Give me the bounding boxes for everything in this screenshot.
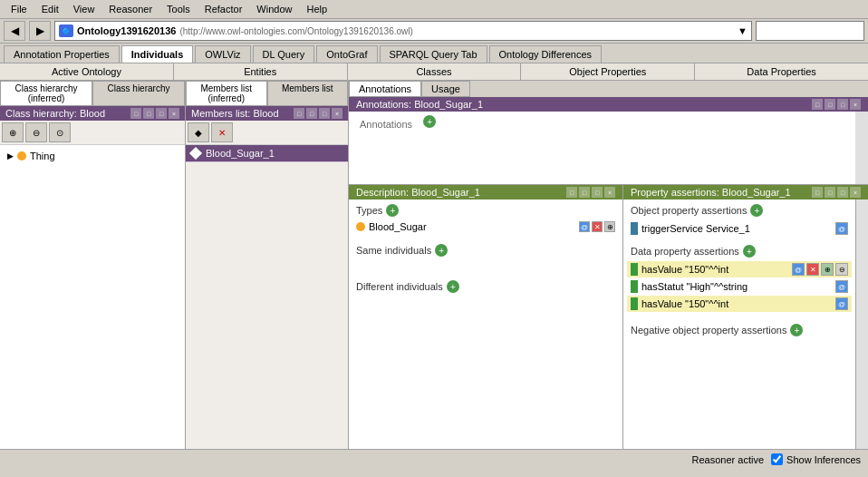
data-prop-link-1[interactable]: @ [835,280,848,293]
tab-class-hierarchy-inferred[interactable]: Class hierarchy (inferred) [0,81,92,106]
data-property-label: Data property assertions [631,246,739,257]
negative-property-label: Negative object property assertions [631,325,786,336]
menu-view[interactable]: View [66,2,102,16]
menu-reasoner[interactable]: Reasoner [101,2,159,16]
tab-members-inferred[interactable]: Members list (inferred) [186,81,267,106]
tab-dl-query[interactable]: DL Query [253,45,315,63]
collapse-button[interactable]: ⊖ [25,122,47,142]
annotations-controls: □ □ □ × [812,99,861,110]
data-prop-edit-0[interactable]: ⊕ [821,263,834,276]
menu-help[interactable]: Help [299,2,334,16]
type-item-blood-sugar[interactable]: Blood_Sugar @ ✕ ⊕ [351,219,621,234]
menu-refactor[interactable]: Refactor [198,2,250,16]
search-input[interactable] [756,21,864,41]
p-ctrl-3[interactable]: □ [837,187,848,198]
tab-annotations[interactable]: Annotations [349,81,421,97]
ch-ctrl-3[interactable]: □ [156,108,167,119]
a-ctrl-1[interactable]: □ [812,99,823,110]
show-inferences-input[interactable] [771,453,783,465]
property-scrollbar[interactable] [855,200,868,449]
menu-tools[interactable]: Tools [159,2,198,16]
tab-sparql[interactable]: SPARQL Query Tab [380,45,487,63]
remove-member-button[interactable]: ✕ [211,122,233,142]
m-ctrl-3[interactable]: □ [319,108,330,119]
m-ctrl-2[interactable]: □ [306,108,317,119]
data-prop-item-1[interactable]: hasStatut "High"^^string @ [627,278,852,295]
annotations-label-row: Annotations + [349,112,439,184]
property-panel: Property assertions: Blood_Sugar_1 □ □ □… [623,185,868,449]
forward-button[interactable]: ▶ [29,21,51,41]
tab-usage[interactable]: Usage [421,81,470,97]
data-prop-del-0[interactable]: ✕ [806,263,819,276]
status-bar: Reasoner active Show Inferences [0,449,868,469]
ch-close[interactable]: × [169,108,179,119]
data-prop-bar-1 [631,280,638,293]
menu-window[interactable]: Window [249,2,299,16]
different-add-button[interactable]: + [447,280,459,293]
m-ctrl-1[interactable]: □ [294,108,304,119]
tab-annotation-properties[interactable]: Annotation Properties [4,45,120,63]
type-link-button[interactable]: @ [579,221,590,232]
object-property-label: Object property assertions [631,205,747,216]
members-header: Members list: Blood □ □ □ × [186,106,348,121]
p-close[interactable]: × [850,187,861,198]
object-add-button[interactable]: + [750,204,763,217]
tree-item-thing[interactable]: ▶ Thing [4,149,181,163]
tab-ontograf[interactable]: OntoGraf [316,45,377,63]
show-inferences-checkbox[interactable]: Show Inferences [771,453,861,465]
back-button[interactable]: ◀ [4,21,25,41]
data-prop-item-0[interactable]: hasValue "150"^^int @ ✕ ⊕ ⊖ [627,261,852,277]
data-prop-link-0[interactable]: @ [792,263,805,276]
d-ctrl-1[interactable]: □ [566,187,577,198]
member-diamond-icon [189,147,202,160]
object-prop-item-0[interactable]: triggerService Service_1 @ [627,220,852,237]
data-prop-bar-0 [631,263,638,276]
ch-ctrl-1[interactable]: □ [130,108,141,119]
type-text: Blood_Sugar [369,221,579,232]
type-edit-button[interactable]: ⊕ [604,221,615,232]
a-ctrl-3[interactable]: □ [837,99,848,110]
target-button[interactable]: ⊙ [49,122,71,142]
tab-ontology-differences[interactable]: Ontology Differences [489,45,603,63]
types-add-button[interactable]: + [386,204,399,217]
negative-add-button[interactable]: + [790,324,803,336]
secondary-entities[interactable]: Entities [174,63,348,80]
class-hierarchy-toolbar: ⊕ ⊖ ⊙ [0,121,185,145]
d-close[interactable]: × [604,187,615,198]
class-hierarchy-controls: □ □ □ × [130,108,179,119]
menu-file[interactable]: File [4,2,34,16]
d-ctrl-3[interactable]: □ [592,187,603,198]
dropdown-arrow[interactable]: ▼ [738,25,747,36]
p-ctrl-1[interactable]: □ [812,187,823,198]
a-close[interactable]: × [850,99,861,110]
member-label: Blood_Sugar_1 [206,148,275,159]
type-delete-button[interactable]: ✕ [592,221,603,232]
expand-button[interactable]: ⊕ [2,122,24,142]
annotations-tabs: Annotations Usage [349,81,868,97]
annotations-scrollbar[interactable] [855,112,868,184]
secondary-data-properties[interactable]: Data Properties [695,63,868,80]
ch-ctrl-2[interactable]: □ [143,108,154,119]
p-ctrl-2[interactable]: □ [825,187,835,198]
tab-class-hierarchy[interactable]: Class hierarchy [92,81,185,106]
tab-individuals[interactable]: Individuals [121,45,193,63]
d-ctrl-2[interactable]: □ [579,187,590,198]
prop-text: triggerService Service_1 [641,223,834,234]
menu-edit[interactable]: Edit [34,2,66,16]
add-member-button[interactable]: ◆ [188,122,209,142]
data-prop-item-2[interactable]: hasValue "150"^^int @ [627,296,852,312]
annotations-add-button[interactable]: + [423,115,436,128]
tab-owlviz[interactable]: OWLViz [195,45,250,63]
a-ctrl-2[interactable]: □ [825,99,835,110]
object-prop-link[interactable]: @ [835,222,848,235]
list-item-blood-sugar-1[interactable]: Blood_Sugar_1 [186,145,348,162]
secondary-classes[interactable]: Classes [348,63,522,80]
data-add-button[interactable]: + [743,245,756,258]
m-close[interactable]: × [332,108,342,119]
data-prop-ctrl-0[interactable]: ⊖ [835,263,848,276]
tab-members-list[interactable]: Members list [267,81,349,106]
secondary-active-ontology[interactable]: Active Ontology [0,63,174,80]
data-prop-link-2[interactable]: @ [835,297,848,310]
secondary-object-properties[interactable]: Object Properties [521,63,695,80]
same-add-button[interactable]: + [435,244,448,257]
